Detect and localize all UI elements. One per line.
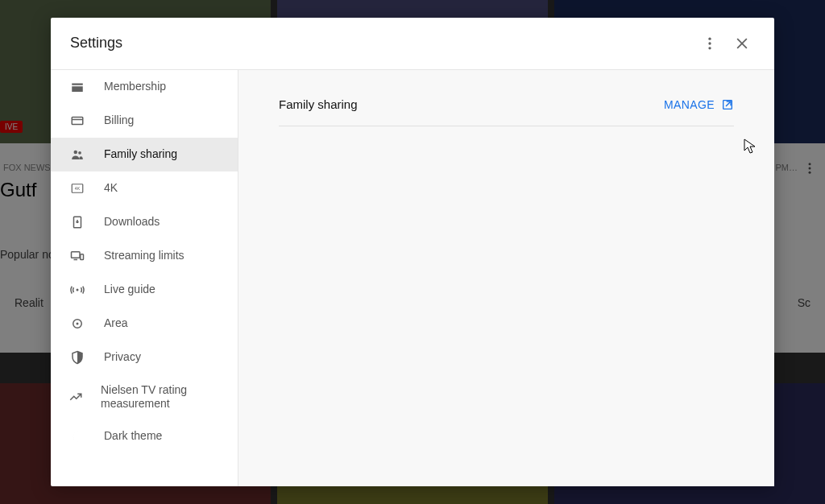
svg-point-20 — [77, 289, 79, 291]
svg-point-12 — [74, 151, 78, 155]
sidebar-item-label: Membership — [104, 80, 166, 94]
open-external-icon — [721, 98, 734, 111]
membership-icon — [68, 80, 86, 94]
dialog-header: Settings — [51, 18, 774, 69]
sidebar-item-downloads[interactable]: Downloads — [51, 205, 238, 239]
sidebar-item-family-sharing[interactable]: Family sharing — [51, 138, 238, 171]
svg-rect-18 — [81, 254, 84, 260]
credit-card-icon — [68, 114, 86, 128]
settings-content: Family sharing MANAGE — [238, 70, 774, 486]
svg-point-5 — [708, 47, 711, 49]
sidebar-item-label: Privacy — [104, 350, 141, 365]
svg-line-24 — [726, 101, 731, 106]
devices-icon — [68, 249, 86, 263]
dialog-title: Settings — [70, 35, 694, 52]
4k-icon: 4K — [68, 181, 86, 196]
chart-icon — [68, 390, 83, 404]
svg-rect-10 — [72, 118, 83, 125]
sidebar-item-label: Streaming limits — [104, 249, 184, 263]
sidebar-item-label: Billing — [104, 114, 134, 128]
sidebar-item-billing[interactable]: Billing — [51, 104, 238, 138]
sidebar-item-area[interactable]: Area — [51, 307, 238, 341]
dialog-more-button[interactable] — [694, 27, 726, 60]
antenna-icon — [68, 283, 86, 297]
sidebar-item-label: Nielsen TV rating measurement — [101, 383, 220, 411]
sidebar-item-label: Live guide — [104, 283, 155, 297]
svg-point-13 — [78, 151, 81, 155]
sidebar-item-4k[interactable]: 4K 4K — [51, 171, 238, 205]
settings-dialog: Settings Membership Billing — [51, 18, 774, 486]
location-icon — [68, 316, 86, 331]
sidebar-item-privacy[interactable]: Privacy — [51, 341, 238, 374]
sidebar-item-label: Downloads — [104, 215, 160, 229]
section-title: Family sharing — [279, 97, 358, 111]
sidebar-item-nielsen[interactable]: Nielsen TV rating measurement — [51, 374, 238, 419]
moon-icon — [68, 429, 86, 444]
settings-sidebar: Membership Billing Family sharing 4K 4K — [51, 70, 238, 486]
download-icon — [68, 215, 86, 229]
dialog-close-button[interactable] — [726, 27, 758, 60]
svg-rect-9 — [72, 86, 83, 92]
sidebar-item-label: Dark theme — [104, 429, 162, 444]
svg-rect-8 — [72, 84, 83, 85]
svg-point-3 — [708, 37, 711, 39]
manage-label: MANAGE — [664, 98, 715, 111]
svg-rect-17 — [72, 252, 81, 258]
people-icon — [68, 147, 86, 162]
shield-icon — [68, 350, 86, 365]
sidebar-item-streaming-limits[interactable]: Streaming limits — [51, 239, 238, 273]
sidebar-item-membership[interactable]: Membership — [51, 70, 238, 104]
svg-point-4 — [708, 42, 711, 44]
svg-point-22 — [77, 323, 79, 325]
sidebar-item-label: Area — [104, 316, 128, 331]
family-sharing-section: Family sharing MANAGE — [279, 94, 734, 126]
sidebar-item-live-guide[interactable]: Live guide — [51, 273, 238, 307]
sidebar-item-label: Family sharing — [104, 147, 177, 162]
manage-button[interactable]: MANAGE — [664, 98, 734, 111]
sidebar-item-dark-theme[interactable]: Dark theme — [51, 419, 238, 453]
sidebar-item-label: 4K — [104, 181, 118, 196]
svg-text:4K: 4K — [75, 186, 81, 191]
